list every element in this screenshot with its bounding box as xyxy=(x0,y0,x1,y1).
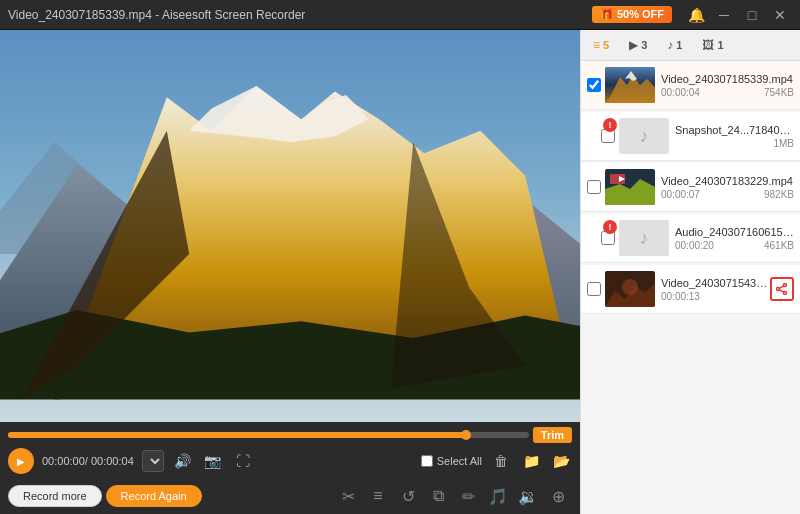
audio-icon[interactable]: 🎵 xyxy=(484,482,512,510)
main-area: Trim ▶ 00:00:00/ 00:00:04 1.0x 0.5x 1.5x… xyxy=(0,30,800,514)
file-meta-2: 1MB xyxy=(675,138,794,149)
select-all-checkbox[interactable] xyxy=(421,455,433,467)
tab-video-count: 3 xyxy=(641,39,647,51)
progress-fill xyxy=(8,432,466,438)
file-checkbox-5[interactable] xyxy=(587,282,601,296)
edit-icon[interactable]: ✏ xyxy=(454,482,482,510)
list-item[interactable]: ! ♪ Snapshot_24...7184042.png 1MB xyxy=(581,112,800,161)
share-button-5[interactable] xyxy=(770,277,794,301)
file-name-4: Audio_240307160615.mp3 xyxy=(675,226,794,238)
progress-bar-container: Trim xyxy=(8,426,572,444)
volume-adjust-icon[interactable]: 🔉 xyxy=(514,482,542,510)
playback-row: ▶ 00:00:00/ 00:00:04 1.0x 0.5x 1.5x 2.0x… xyxy=(8,444,572,478)
promo-badge[interactable]: 🎁 50% OFF xyxy=(592,6,672,23)
svg-point-21 xyxy=(784,292,787,295)
more-tools-icon[interactable]: ⊕ xyxy=(544,482,572,510)
file-name-2: Snapshot_24...7184042.png xyxy=(675,124,794,136)
tab-all-count: 5 xyxy=(603,39,609,51)
close-button[interactable]: ✕ xyxy=(768,5,792,25)
rotate-icon[interactable]: ↺ xyxy=(394,482,422,510)
file-meta-1: 00:00:04 754KB xyxy=(661,87,794,98)
bell-icon[interactable]: 🔔 xyxy=(684,5,708,25)
svg-point-19 xyxy=(784,284,787,287)
controls-panel: Trim ▶ 00:00:00/ 00:00:04 1.0x 0.5x 1.5x… xyxy=(0,422,580,514)
file-info-2: Snapshot_24...7184042.png 1MB xyxy=(675,124,794,149)
camera-icon[interactable]: 📷 xyxy=(202,450,224,472)
trim-button[interactable]: Trim xyxy=(533,427,572,443)
delete-icon[interactable]: 🗑 xyxy=(490,450,512,472)
video-area: Trim ▶ 00:00:00/ 00:00:04 1.0x 0.5x 1.5x… xyxy=(0,30,580,514)
tab-image-icon: 🖼 xyxy=(702,38,714,52)
folder-icon[interactable]: 📁 xyxy=(520,450,542,472)
titlebar-controls: 🎁 50% OFF 🔔 ─ □ ✕ xyxy=(592,5,792,25)
file-info-3: Video_240307183229.mp4 00:00:07 982KB xyxy=(661,175,794,200)
fullscreen-icon[interactable]: ⛶ xyxy=(232,450,254,472)
right-panel: ≡ 5 ▶ 3 ♪ 1 🖼 1 xyxy=(580,30,800,514)
file-info-5: Video_240307154314.mp4 00:00:13 xyxy=(661,277,768,302)
select-all-label[interactable]: Select All xyxy=(421,455,482,467)
file-name-3: Video_240307183229.mp4 xyxy=(661,175,794,187)
file-name-1: Video_240307185339.mp4 xyxy=(661,73,794,85)
file-name-5: Video_240307154314.mp4 xyxy=(661,277,768,289)
equalizer-icon[interactable]: ≡ xyxy=(364,482,392,510)
list-item[interactable]: ! ♪ Audio_240307160615.mp3 00:00:20 461K… xyxy=(581,214,800,263)
maximize-button[interactable]: □ xyxy=(740,5,764,25)
mountain-scene xyxy=(0,30,580,422)
error-icon-2: ! xyxy=(603,118,617,132)
svg-line-22 xyxy=(779,290,783,293)
tab-video[interactable]: ▶ 3 xyxy=(625,36,651,54)
file-checkbox-1[interactable] xyxy=(587,78,601,92)
list-item[interactable]: Video_240307154314.mp4 00:00:13 xyxy=(581,265,800,314)
tab-bar: ≡ 5 ▶ 3 ♪ 1 🖼 1 xyxy=(581,30,800,61)
tab-all-icon: ≡ xyxy=(593,38,600,52)
tab-video-icon: ▶ xyxy=(629,38,638,52)
list-item[interactable]: Video_240307183229.mp4 00:00:07 982KB xyxy=(581,163,800,212)
file-thumb-2: ♪ xyxy=(619,118,669,154)
time-display: 00:00:00/ 00:00:04 xyxy=(42,455,134,467)
svg-line-23 xyxy=(779,286,783,289)
file-meta-3: 00:00:07 982KB xyxy=(661,189,794,200)
more-icon[interactable]: 📂 xyxy=(550,450,572,472)
file-info-1: Video_240307185339.mp4 00:00:04 754KB xyxy=(661,73,794,98)
volume-icon[interactable]: 🔊 xyxy=(172,450,194,472)
record-more-button[interactable]: Record more xyxy=(8,485,102,507)
titlebar: Video_240307185339.mp4 - Aiseesoft Scree… xyxy=(0,0,800,30)
svg-point-20 xyxy=(777,288,780,291)
file-thumb-4: ♪ xyxy=(619,220,669,256)
error-icon-4: ! xyxy=(603,220,617,234)
play-button[interactable]: ▶ xyxy=(8,448,34,474)
tab-image[interactable]: 🖼 1 xyxy=(698,36,727,54)
record-again-button[interactable]: Record Again xyxy=(106,485,202,507)
file-meta-5: 00:00:13 xyxy=(661,291,768,302)
tab-audio-count: 1 xyxy=(676,39,682,51)
minimize-button[interactable]: ─ xyxy=(712,5,736,25)
progress-track[interactable] xyxy=(8,432,529,438)
app-title: Video_240307185339.mp4 - Aiseesoft Scree… xyxy=(8,8,305,22)
file-list: Video_240307185339.mp4 00:00:04 754KB ! … xyxy=(581,61,800,514)
svg-point-18 xyxy=(622,279,638,295)
copy-icon[interactable]: ⧉ xyxy=(424,482,452,510)
toolbar-icons: ✂ ≡ ↺ ⧉ ✏ 🎵 🔉 ⊕ xyxy=(334,482,572,510)
speed-select[interactable]: 1.0x 0.5x 1.5x 2.0x xyxy=(142,450,164,472)
file-meta-4: 00:00:20 461KB xyxy=(675,240,794,251)
progress-thumb[interactable] xyxy=(461,430,471,440)
tab-audio[interactable]: ♪ 1 xyxy=(663,36,686,54)
tab-all[interactable]: ≡ 5 xyxy=(589,36,613,54)
file-thumb-5 xyxy=(605,271,655,307)
file-thumb-3 xyxy=(605,169,655,205)
file-thumb-1 xyxy=(605,67,655,103)
file-info-4: Audio_240307160615.mp3 00:00:20 461KB xyxy=(675,226,794,251)
action-row: Record more Record Again ✂ ≡ ↺ ⧉ ✏ 🎵 🔉 ⊕ xyxy=(8,478,572,512)
tab-audio-icon: ♪ xyxy=(667,38,673,52)
list-item[interactable]: Video_240307185339.mp4 00:00:04 754KB xyxy=(581,61,800,110)
tab-image-count: 1 xyxy=(717,39,723,51)
file-checkbox-3[interactable] xyxy=(587,180,601,194)
cut-icon[interactable]: ✂ xyxy=(334,482,362,510)
titlebar-title: Video_240307185339.mp4 - Aiseesoft Scree… xyxy=(8,8,305,22)
video-preview[interactable] xyxy=(0,30,580,422)
